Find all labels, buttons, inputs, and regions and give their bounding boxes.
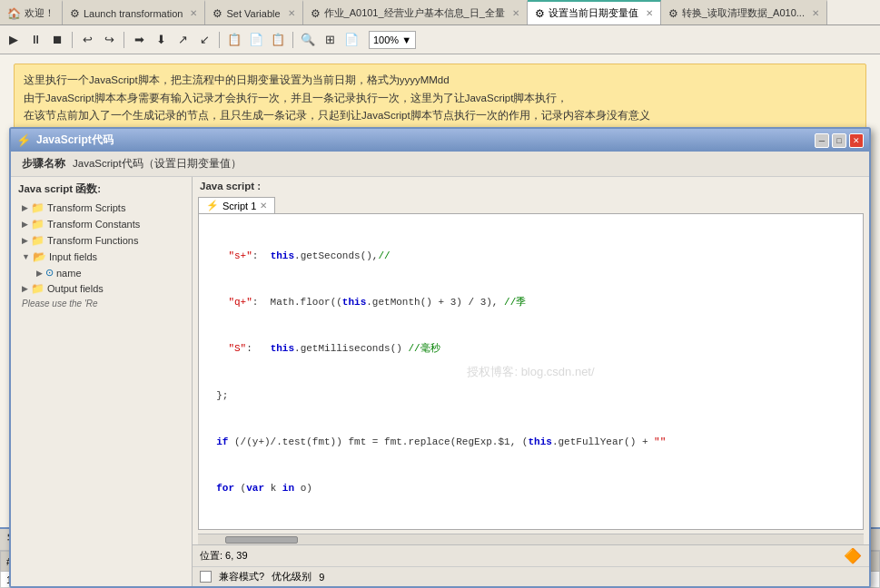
horizontal-scrollbar[interactable] (198, 534, 864, 544)
tab-transform[interactable]: ⚙ 转换_读取清理数据_A010... ✕ (661, 0, 827, 24)
down-left-button[interactable]: ↙ (194, 30, 214, 50)
close-button[interactable]: ✕ (849, 133, 864, 148)
tab-launch-close[interactable]: ✕ (190, 8, 197, 18)
scrollbar-thumb[interactable] (225, 536, 298, 544)
javascript-dialog: ⚡ JavaScript代码 ─ □ ✕ 步骤名称 JavaScript代码（设… (9, 127, 871, 588)
code-line-2: "q+": Math.floor((this.getMonth() + 3) /… (204, 295, 857, 310)
info-box: 这里执行一个JavaScript脚本，把主流程中的日期变量设置为当前日期，格式为… (14, 64, 866, 133)
undo-button[interactable]: ↩ (77, 30, 97, 50)
script-tab-area: ⚡ Script 1 ✕ (193, 195, 869, 213)
tab-setdate-close[interactable]: ✕ (646, 8, 653, 18)
copy-button[interactable]: 📋 (224, 30, 244, 50)
code-line-7: if (new RegExp("(" + k + ")").test(fmt))… (204, 527, 857, 530)
welcome-icon: 🏠 (7, 7, 21, 20)
pause-button[interactable]: ⏸ (25, 30, 45, 50)
clipboard-button[interactable]: 📋 (268, 30, 288, 50)
script-icon: ⚡ (206, 200, 219, 211)
dialog-titlebar: ⚡ JavaScript代码 ─ □ ✕ (11, 129, 869, 152)
sep2 (124, 32, 124, 48)
tab-setvariable[interactable]: ⚙ Set Variable ✕ (205, 0, 302, 24)
zoom-dropdown-icon[interactable]: ▼ (401, 34, 411, 45)
tree-rename-note: Please use the 'Re (15, 297, 188, 310)
tab-launch[interactable]: ⚙ Launch transformation ✕ (63, 0, 205, 24)
expand-icon-constants: ▶ (22, 220, 28, 229)
run-button[interactable]: ▶ (4, 30, 24, 50)
compat-checkbox[interactable] (200, 571, 212, 583)
script-tab-close[interactable]: ✕ (260, 201, 267, 211)
code-content[interactable]: "s+": this.getSeconds(),// "q+": Math.fl… (199, 214, 863, 530)
transform-icon: ⚙ (668, 7, 678, 20)
tab-bar: 🏠 欢迎！ ⚙ Launch transformation ✕ ⚙ Set Va… (0, 0, 880, 25)
code-editor[interactable]: 授权博客: blog.csdn.net/ "s+": this.getSecon… (198, 213, 864, 530)
tab-transform-close[interactable]: ✕ (812, 8, 819, 18)
left-panel: Java script 函数: ▶ 📁 Transform Scripts ▶ … (11, 177, 193, 586)
dialog-title-buttons: ─ □ ✕ (815, 133, 864, 148)
tree-transform-functions[interactable]: ▶ 📁 Transform Functions (15, 232, 188, 249)
tab-job1-close[interactable]: ✕ (512, 8, 519, 18)
step-name-row: 步骤名称 JavaScript代码（设置日期变量值） (11, 152, 869, 177)
paste-button[interactable]: 📄 (246, 30, 266, 50)
sep3 (219, 32, 220, 48)
expand-icon-functions: ▶ (22, 236, 28, 245)
toolbar: ▶ ⏸ ⏹ ↩ ↪ ➡ ⬇ ↗ ↙ 📋 📄 📋 🔍 ⊞ 📄 100% ▼ (0, 25, 880, 54)
main-area: 这里执行一个JavaScript脚本，把主流程中的日期变量设置为当前日期，格式为… (0, 54, 880, 588)
dialog-content-area: Java script 函数: ▶ 📁 Transform Scripts ▶ … (11, 177, 869, 586)
launch-icon: ⚙ (70, 7, 80, 20)
code-line-4: }; (204, 388, 857, 404)
dialog-body: Java script 函数: ▶ 📁 Transform Scripts ▶ … (11, 177, 869, 586)
script-tab-1[interactable]: ⚡ Script 1 ✕ (198, 197, 275, 213)
grid-button[interactable]: ⊞ (320, 30, 340, 50)
redo-button[interactable]: ↪ (99, 30, 119, 50)
right-panel: Java script : ⚡ Script 1 ✕ 授权博客: blog.cs… (193, 177, 869, 586)
code-line-3: "S": this.getMilliseconds() //毫秒 (204, 341, 857, 357)
sep1 (72, 32, 73, 48)
tab-setvariable-close[interactable]: ✕ (288, 8, 295, 18)
maximize-button[interactable]: □ (832, 133, 846, 148)
tree-input-fields[interactable]: ▼ 📂 Input fields (15, 249, 188, 265)
doc-button[interactable]: 📄 (341, 30, 361, 50)
down-button[interactable]: ⬇ (151, 30, 171, 50)
align-button[interactable]: ➡ (129, 30, 149, 50)
tree-transform-constants[interactable]: ▶ 📁 Transform Constants (15, 216, 188, 232)
warning-icon: 🔶 (844, 547, 862, 564)
code-line-1: "s+": this.getSeconds(),// (204, 249, 857, 264)
code-line-5: if (/(y+)/.test(fmt)) fmt = fmt.replace(… (204, 435, 857, 450)
zoom-control[interactable]: 100% ▼ (369, 31, 416, 49)
stop-button[interactable]: ⏹ (47, 30, 67, 50)
tree-field-name[interactable]: ▶ ⊙ name (15, 265, 188, 280)
code-line-6: for (var k in o) (204, 481, 857, 496)
expand-icon-input: ▼ (22, 252, 30, 261)
setdate-icon: ⚙ (535, 7, 545, 20)
tab-job1[interactable]: ⚙ 作业_A0101_经营业户基本信息_日_全量 ✕ (303, 0, 528, 24)
status-bar: 位置: 6, 39 🔶 (193, 544, 869, 566)
dialog-title-icon: ⚡ (16, 133, 31, 147)
sep4 (292, 32, 293, 48)
up-right-button[interactable]: ↗ (173, 30, 193, 50)
tab-welcome[interactable]: 🏠 欢迎！ (0, 0, 63, 24)
expand-icon-output: ▶ (22, 284, 28, 293)
expand-icon-scripts: ▶ (22, 203, 28, 212)
minimize-button[interactable]: ─ (815, 133, 829, 148)
search-button[interactable]: 🔍 (298, 30, 318, 50)
setvariable-icon: ⚙ (213, 7, 222, 20)
tab-setdate[interactable]: ⚙ 设置当前日期变量值 ✕ (528, 0, 661, 24)
tree-transform-scripts[interactable]: ▶ 📁 Transform Scripts (15, 200, 188, 216)
tree-output-fields[interactable]: ▶ 📁 Output fields (15, 280, 188, 297)
compat-row: 兼容模式? 优化级别 9 (193, 566, 869, 586)
expand-icon-name: ▶ (36, 269, 43, 278)
job1-icon: ⚙ (311, 7, 321, 20)
